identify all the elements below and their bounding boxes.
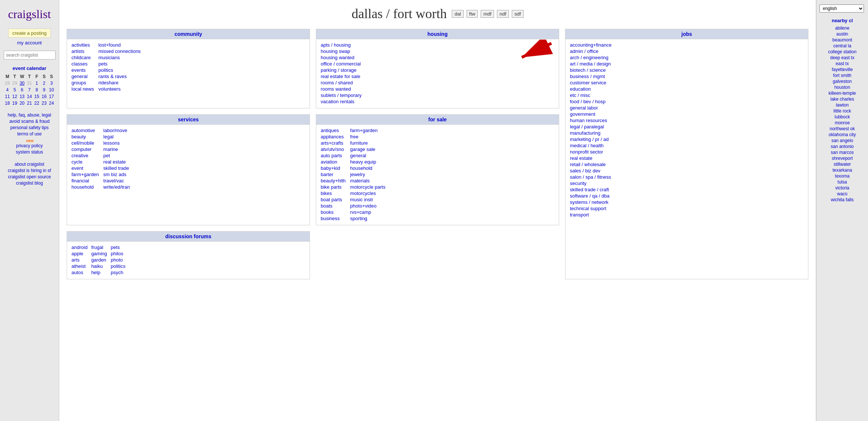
blog-link[interactable]: craigslist blog — [4, 181, 55, 186]
list-item[interactable]: boat parts — [321, 197, 346, 202]
list-item[interactable]: pets — [99, 61, 141, 67]
calendar-day[interactable]: 3 — [48, 80, 55, 87]
nearby-city-link[interactable]: fayetteville — [832, 67, 853, 72]
nearby-city-link[interactable]: san antonio — [831, 144, 854, 149]
list-item[interactable]: motorcycle parts — [350, 184, 385, 190]
calendar-day[interactable]: 28 — [4, 80, 11, 87]
list-item[interactable]: marine — [103, 146, 130, 152]
list-item[interactable]: household — [350, 165, 385, 171]
list-item[interactable]: sublets / temporary — [321, 92, 554, 98]
nearby-city-link[interactable]: austin — [836, 31, 848, 37]
list-item[interactable]: vacation rentals — [321, 99, 554, 104]
city-sublink[interactable]: ftw — [467, 10, 478, 18]
list-item[interactable]: volunteers — [99, 86, 141, 92]
list-item[interactable]: manufacturing — [570, 130, 804, 136]
list-item[interactable]: baby+kid — [321, 165, 346, 171]
scams-link[interactable]: avoid scams & fraud — [4, 119, 55, 124]
help-link[interactable]: help, faq, abuse, legal — [4, 112, 55, 118]
list-item[interactable]: government — [570, 111, 804, 117]
calendar-day[interactable]: 20 — [19, 100, 26, 107]
list-item[interactable]: office / commercial — [321, 61, 554, 67]
list-item[interactable]: salon / spa / fitness — [570, 174, 804, 180]
list-item[interactable]: frugal — [91, 245, 107, 250]
calendar-day[interactable]: 16 — [40, 93, 48, 100]
list-item[interactable]: aviation — [321, 159, 346, 165]
list-item[interactable]: groups — [71, 80, 94, 85]
list-item[interactable]: appliances — [321, 134, 346, 139]
privacy-link[interactable]: privacy policy — [4, 143, 55, 148]
city-sublink[interactable]: ndf — [497, 10, 509, 18]
nearby-city-link[interactable]: lawton — [836, 102, 849, 108]
list-item[interactable]: real estate for sale — [321, 74, 554, 79]
list-item[interactable]: gaming — [91, 251, 107, 256]
list-item[interactable]: rooms wanted — [321, 86, 554, 92]
nearby-city-link[interactable]: lubbock — [835, 114, 850, 119]
calendar-day[interactable]: 8 — [33, 87, 40, 93]
list-item[interactable]: sporting — [350, 216, 385, 221]
calendar-day[interactable]: 9 — [40, 87, 48, 93]
nearby-city-link[interactable]: stillwater — [834, 162, 851, 167]
list-item[interactable]: barter — [321, 172, 346, 177]
create-posting-link[interactable]: create a posting — [8, 28, 51, 38]
list-item[interactable]: admin / office — [570, 48, 804, 54]
nearby-city-link[interactable]: deep east tx — [830, 55, 854, 60]
calendar-day[interactable]: 19 — [11, 100, 19, 107]
list-item[interactable]: household — [71, 184, 99, 190]
list-item[interactable]: retail / wholesale — [570, 162, 804, 167]
list-item[interactable]: atheist — [71, 263, 87, 269]
list-item[interactable]: motorcycles — [350, 191, 385, 196]
calendar-day[interactable]: 18 — [4, 100, 11, 107]
list-item[interactable]: real estate — [103, 159, 130, 165]
list-item[interactable]: artists — [71, 48, 94, 54]
list-item[interactable]: pets — [111, 245, 126, 250]
opensource-link[interactable]: craigslist open source — [4, 174, 55, 179]
list-item[interactable]: local news — [71, 86, 94, 92]
list-item[interactable]: sm biz ads — [103, 172, 130, 177]
nearby-city-link[interactable]: victoria — [835, 185, 849, 191]
list-item[interactable]: musicians — [99, 55, 141, 60]
list-item[interactable]: heavy equip — [350, 159, 385, 165]
calendar-day[interactable]: 11 — [4, 93, 11, 100]
nearby-city-link[interactable]: houston — [834, 85, 850, 90]
list-item[interactable]: music instr — [350, 197, 385, 202]
calendar-day[interactable]: 30 — [19, 80, 26, 87]
list-item[interactable]: biotech / science — [570, 67, 804, 73]
calendar-day[interactable]: 15 — [33, 93, 40, 100]
calendar-day[interactable]: 23 — [40, 100, 48, 107]
nearby-city-link[interactable]: central la — [833, 43, 851, 48]
list-item[interactable]: cell/mobile — [71, 140, 99, 146]
list-item[interactable]: psych — [111, 270, 126, 275]
nearby-city-link[interactable]: san marcos — [831, 150, 854, 155]
list-item[interactable]: missed connections — [99, 48, 141, 54]
list-item[interactable]: rideshare — [99, 80, 141, 85]
calendar-day[interactable]: 31 — [26, 80, 33, 87]
city-sublink[interactable]: dal — [452, 10, 463, 18]
list-item[interactable]: farm+garden — [71, 172, 99, 177]
nearby-city-link[interactable]: oklahoma city — [829, 132, 856, 137]
list-item[interactable]: materials — [350, 178, 385, 183]
calendar-day[interactable]: 1 — [33, 80, 40, 87]
language-select[interactable]: english — [819, 4, 864, 13]
list-item[interactable]: rooms / shared — [321, 80, 554, 85]
list-item[interactable]: photo+video — [350, 203, 385, 209]
nearby-city-link[interactable]: killeen-temple — [828, 91, 856, 96]
list-item[interactable]: automotive — [71, 128, 99, 133]
nearby-city-link[interactable]: waco — [837, 191, 847, 196]
calendar-day[interactable]: 21 — [26, 100, 33, 107]
list-item[interactable]: systems / network — [570, 199, 804, 205]
nearby-city-link[interactable]: san angelo — [831, 138, 853, 143]
nearby-city-link[interactable]: northwest ok — [829, 126, 855, 131]
list-item[interactable]: legal — [103, 134, 130, 139]
nearby-city-link[interactable]: fort smith — [833, 73, 851, 78]
list-item[interactable]: beauty+hlth — [321, 178, 346, 183]
city-sublink[interactable]: mdf — [481, 10, 494, 18]
list-item[interactable]: skilled trade — [103, 165, 130, 171]
nearby-city-link[interactable]: little rock — [834, 108, 851, 114]
list-item[interactable]: food / bev / hosp — [570, 99, 804, 104]
list-item[interactable]: books — [321, 209, 346, 215]
list-item[interactable]: classes — [71, 61, 94, 67]
list-item[interactable]: education — [570, 86, 804, 92]
calendar-day[interactable]: 5 — [11, 87, 19, 93]
list-item[interactable]: business — [321, 216, 346, 221]
list-item[interactable]: customer service — [570, 80, 804, 85]
